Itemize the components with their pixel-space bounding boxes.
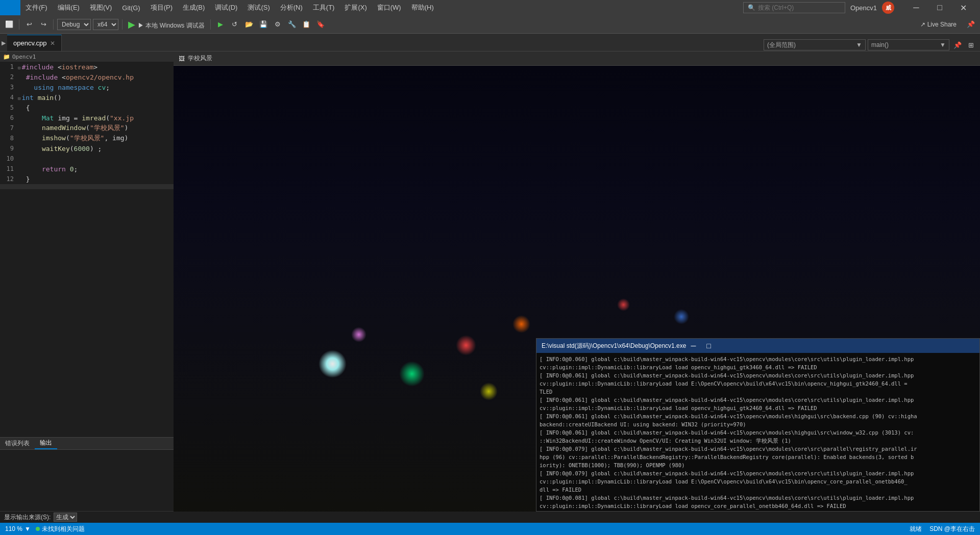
output-source-select[interactable]: 生成 (54, 513, 77, 522)
menu-bar: 文件(F) 编辑(E) 视图(V) Git(G) 项目(P) 生成(B) 调试(… (0, 0, 980, 15)
status-ready: 就绪 (910, 525, 922, 533)
symbol-arrow-icon: ▼ (940, 41, 946, 48)
bokeh-red1 (456, 335, 476, 355)
menu-view[interactable]: 视图(V) (85, 0, 117, 15)
maximize-button[interactable]: □ (928, 0, 951, 15)
no-issues-text: 未找到相关问题 (42, 525, 85, 533)
error-list-tab[interactable]: 错误列表 (0, 438, 35, 449)
status-left: 110 % ▼ 未找到相关问题 (5, 525, 85, 533)
toolbar-btn4[interactable]: ⚙ (272, 18, 284, 31)
close-button[interactable]: ✕ (951, 0, 975, 15)
platform-select[interactable]: x64 (93, 19, 118, 30)
menu-project[interactable]: 项目(P) (145, 0, 178, 15)
svg-rect-1 (11, 4, 14, 7)
scope-dropdown[interactable]: (全局范围) ▼ (764, 39, 866, 50)
toolbar-new[interactable]: ⬜ (3, 18, 15, 31)
code-line-3: 3 using namespace cv; (0, 82, 174, 92)
tab-bar-left-icon: ▶ (0, 35, 7, 51)
console-buttons: ─ □ (686, 340, 716, 351)
status-bar: 110 % ▼ 未找到相关问题 就绪 SDN @李在右击 (0, 523, 980, 535)
live-share-button[interactable]: ↗ Live Share (916, 21, 961, 28)
svg-rect-2 (6, 8, 10, 12)
code-line-5: 5 { (0, 103, 174, 113)
menu-items: 文件(F) 编辑(E) 视图(V) Git(G) 项目(P) 生成(B) 调试(… (20, 0, 439, 15)
tab-bar: ▶ opencv.cpp ✕ (全局范围) ▼ main() ▼ 📌 ⊞ (0, 34, 980, 52)
console-content[interactable]: [ INFO:0@0.060] global c:\build\master_w… (536, 353, 979, 511)
menu-debug[interactable]: 调试(D) (210, 0, 242, 15)
app-logo (0, 0, 20, 15)
sep1 (19, 19, 19, 30)
run-button[interactable]: ▶ ▶ 本地 Windows 调试器 (126, 19, 207, 30)
bokeh-orange1 (512, 315, 530, 333)
menu-extensions[interactable]: 扩展(X) (339, 0, 372, 15)
user-avatar: 威 (882, 2, 894, 14)
live-share-icon: ↗ (920, 21, 925, 28)
svg-rect-0 (6, 4, 10, 7)
search-box[interactable]: 🔍 (743, 2, 845, 13)
code-line-12: 12 } (0, 174, 174, 184)
status-user: SDN @李在右击 (929, 525, 975, 533)
output-content[interactable] (0, 450, 174, 511)
search-area: 🔍 Opencv1 威 ─ □ ✕ (743, 0, 980, 15)
tab-right-buttons: 📌 ⊞ (951, 39, 977, 51)
debug-config-select[interactable]: Debug (57, 19, 91, 30)
toolbar-btn3[interactable]: 💾 (257, 18, 270, 31)
console-minimize-button[interactable]: ─ (686, 340, 700, 351)
code-line-6: 6 Mat img = imread("xx.jp (0, 113, 174, 123)
symbol-dropdown[interactable]: main() ▼ (868, 39, 949, 50)
menu-analyze[interactable]: 分析(N) (275, 0, 308, 15)
project-name: Opencv1 (850, 4, 877, 12)
code-line-1: 1 ⊟#include <iostream> (0, 62, 174, 72)
search-icon: 🔍 (748, 4, 755, 11)
menu-test[interactable]: 测试(S) (242, 0, 275, 15)
toolbar-btn6[interactable]: 📋 (300, 18, 312, 31)
pin-document-button[interactable]: 📌 (951, 39, 964, 51)
zoom-value: 110 % (5, 525, 22, 532)
school-image: E:\visual std(源码)\Opencv1\x64\Debug\Open… (174, 66, 980, 512)
toolbar-bookmark[interactable]: 🔖 (314, 18, 327, 31)
expand-button[interactable]: ⊞ (965, 39, 977, 51)
search-input[interactable] (758, 4, 835, 11)
output-panel: 错误列表 输出 显示输出来源(S): 生成 (0, 437, 174, 523)
menu-git[interactable]: Git(G) (117, 0, 145, 15)
bokeh-red2 (617, 298, 630, 311)
menu-tools[interactable]: 工具(T) (308, 0, 340, 15)
toolbar-pin[interactable]: 📌 (965, 18, 977, 31)
output-source-label: 显示输出来源(S): (4, 513, 51, 522)
toolbar-btn1[interactable]: ↺ (229, 18, 241, 31)
tab-opencv-cpp[interactable]: opencv.cpp ✕ (7, 35, 62, 51)
no-issues-indicator: 未找到相关问题 (36, 525, 85, 533)
image-window-icon: 🖼 (179, 55, 185, 62)
code-line-11: 11 return 0; (0, 164, 174, 174)
toolbar-redo[interactable]: ↪ (37, 18, 50, 31)
menu-window[interactable]: 窗口(W) (372, 0, 406, 15)
image-panel: 🖼 学校风景 E:\visual std(源码)\Opencv1\x64\Deb… (174, 52, 980, 512)
output-tab[interactable]: 输出 (35, 438, 57, 449)
console-maximize-button[interactable]: □ (701, 340, 716, 351)
minimize-button[interactable]: ─ (904, 0, 928, 15)
sep3 (122, 19, 122, 30)
menu-build[interactable]: 生成(B) (178, 0, 210, 15)
console-titlebar: E:\visual std(源码)\Opencv1\x64\Debug\Open… (536, 339, 979, 353)
code-line-2: 2 #include <opencv2/opencv.hp (0, 72, 174, 82)
menu-help[interactable]: 帮助(H) (406, 0, 439, 15)
svg-rect-3 (11, 8, 14, 12)
toolbar-undo[interactable]: ↩ (23, 18, 35, 31)
toolbar-btn5[interactable]: 🔧 (286, 18, 298, 31)
toolbar-btn2[interactable]: 📂 (243, 18, 255, 31)
tab-bar-right: (全局范围) ▼ main() ▼ 📌 ⊞ (761, 39, 980, 51)
console-title: E:\visual std(源码)\Opencv1\x64\Debug\Open… (542, 342, 686, 350)
zoom-indicator[interactable]: 110 % ▼ (5, 525, 31, 532)
sep2 (53, 19, 54, 30)
bokeh-yellow1 (480, 383, 498, 400)
menu-file[interactable]: 文件(F) (20, 0, 53, 15)
menu-edit[interactable]: 编辑(E) (53, 0, 85, 15)
project-icon: 📁 (3, 54, 10, 60)
bokeh-white1 (318, 350, 347, 378)
code-line-10: 10 (0, 154, 174, 164)
close-tab-icon[interactable]: ✕ (50, 40, 55, 47)
toolbar-run2[interactable]: ▶ (214, 18, 227, 31)
status-dot-icon (36, 527, 40, 531)
dropdown-icon: ▼ (24, 525, 31, 532)
horizontal-scrollbar[interactable] (0, 184, 174, 189)
